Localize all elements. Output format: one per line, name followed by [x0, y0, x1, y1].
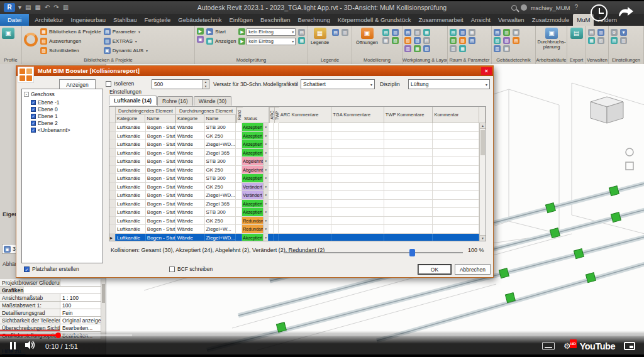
- collision-tab[interactable]: Luftkanäle (14): [109, 96, 157, 105]
- video-progress-bar[interactable]: [0, 334, 644, 336]
- cell-twp-kommentar[interactable]: [384, 166, 433, 175]
- panel-label-einstellungen[interactable]: Einstellungen: [609, 57, 643, 64]
- col-status[interactable]: Status: [243, 107, 269, 123]
- ribbon-tab[interactable]: Verwalten: [494, 14, 528, 26]
- row-selector[interactable]: [109, 174, 116, 183]
- table-row[interactable]: Luftkanäle Bogen - Stut... Wände Ziegel+…: [109, 234, 479, 241]
- cell-tga-kommentar[interactable]: [331, 123, 384, 132]
- table-row[interactable]: Luftkanäle Bogen - Stut... Wände STB 300…: [109, 174, 479, 183]
- search-icon[interactable]: [511, 5, 517, 11]
- pause-button[interactable]: [9, 341, 16, 352]
- tool-icon[interactable]: ▤: [404, 29, 411, 36]
- col-twp-kommentare[interactable]: TWP Kommentare: [384, 107, 433, 123]
- table-row[interactable]: Luftkanäle Bogen - Stut... Wände GK 250 …: [109, 166, 479, 175]
- table-row[interactable]: Luftkanäle Bogen - Stut... Wände STB 300…: [109, 123, 479, 132]
- cell-arc-kommentar[interactable]: [279, 225, 331, 234]
- cell-arc-kommentar[interactable]: [279, 200, 331, 209]
- gear-icon[interactable]: ⚙: [611, 29, 618, 36]
- tool-icon[interactable]: ▤: [298, 29, 305, 36]
- checkbox-checked-icon[interactable]: ✓: [31, 107, 36, 112]
- property-row[interactable]: Ansichtsmaßstab 1 : 100: [0, 294, 101, 302]
- tree-collapse-icon[interactable]: -: [24, 92, 29, 97]
- col-name[interactable]: Name: [145, 115, 175, 123]
- status-dropdown[interactable]: Verändert▾: [242, 183, 269, 192]
- status-dropdown[interactable]: Akzeptiert▾: [242, 174, 269, 183]
- tool-icon[interactable]: ▨: [503, 37, 510, 44]
- panel-label-raum-parameter[interactable]: Raum & Parameter: [448, 57, 491, 64]
- status-dropdown[interactable]: Akzeptiert▾: [242, 200, 269, 209]
- tool-icon[interactable]: ▦: [423, 29, 430, 36]
- help-icon[interactable]: ?: [574, 3, 579, 13]
- row-selector[interactable]: [109, 208, 116, 217]
- status-dropdown[interactable]: Akzeptiert▾: [242, 123, 269, 132]
- scroll-up-icon[interactable]: ▲: [480, 123, 486, 129]
- tool-icon[interactable]: ▥: [341, 29, 348, 36]
- tool-icon[interactable]: ▧: [404, 37, 411, 44]
- clock-overlay-icon[interactable]: [591, 4, 608, 21]
- tool-icon[interactable]: ▤: [332, 29, 339, 36]
- tree-item[interactable]: ✓Ebene -1: [31, 99, 103, 106]
- volume-icon[interactable]: [25, 341, 36, 352]
- table-row[interactable]: Luftkanäle Bogen - Stut... Wände Ziegel+…: [109, 191, 479, 200]
- print-icon[interactable]: ▥: [62, 3, 69, 13]
- tool-icon[interactable]: ▦: [382, 37, 389, 44]
- table-row[interactable]: Luftkanäle Bogen - Stut... Wände STB 300…: [109, 157, 479, 166]
- collision-tab[interactable]: Rohre (16): [157, 96, 193, 106]
- durchbruchsplanung-button[interactable]: ▣Durchbruchs-planung: [538, 28, 565, 55]
- cell-tga-kommentar[interactable]: [331, 217, 384, 226]
- col-name-2[interactable]: Name: [204, 115, 235, 123]
- cell-tga-kommentar[interactable]: [331, 200, 384, 209]
- check-model-icon[interactable]: ▶: [197, 28, 204, 35]
- ribbon-tab[interactable]: Beschriften: [257, 14, 294, 26]
- cell-twp-kommentar[interactable]: [384, 234, 433, 241]
- tool-icon[interactable]: ▥: [459, 29, 466, 36]
- tree-root[interactable]: -Geschoss: [22, 89, 103, 99]
- schnittstellen-button[interactable]: ▨Schnittstellen: [40, 47, 101, 55]
- export-button[interactable]: ▤: [569, 28, 584, 55]
- tool-icon[interactable]: ▨: [414, 37, 421, 44]
- row-selector[interactable]: [109, 140, 116, 149]
- cell-kommentar[interactable]: [433, 217, 479, 226]
- status-dropdown[interactable]: Redundant▾: [242, 217, 269, 226]
- close-icon[interactable]: ×: [481, 67, 492, 75]
- cell-arc-kommentar[interactable]: [279, 149, 331, 158]
- ribbon-tab[interactable]: Ingenieurbau: [67, 14, 109, 26]
- status-dropdown[interactable]: Abgelehnt▾: [242, 166, 269, 175]
- cell-kommentar[interactable]: [433, 225, 479, 234]
- cell-arc-kommentar[interactable]: [279, 157, 331, 166]
- cell-kommentar[interactable]: [433, 140, 479, 149]
- col-rund[interactable]: Rund: [236, 107, 243, 123]
- save-icon[interactable]: ▦: [34, 3, 41, 13]
- parameter-dropdown[interactable]: ▤Parameter▾: [104, 28, 148, 36]
- row-selector[interactable]: [109, 123, 116, 132]
- user-avatar[interactable]: [521, 4, 527, 11]
- slider-track[interactable]: [284, 252, 463, 253]
- cell-twp-kommentar[interactable]: [384, 174, 433, 183]
- cell-kommentar[interactable]: [433, 166, 479, 175]
- table-row[interactable]: Luftkanäle Bogen - Stut... Wände GK 250 …: [109, 183, 479, 192]
- scroll-down-icon[interactable]: ▼: [480, 235, 486, 241]
- tool-icon[interactable]: ▤: [469, 37, 475, 44]
- ribbon-tab[interactable]: Zusatzmodule: [528, 14, 574, 26]
- tool-icon[interactable]: ▦: [588, 37, 595, 44]
- cell-arc-kommentar[interactable]: [279, 217, 331, 226]
- modellgrafikstil-select[interactable]: Schattiert▾: [301, 79, 375, 89]
- cell-kommentar[interactable]: [433, 149, 479, 158]
- file-tab[interactable]: Datei: [0, 14, 29, 26]
- checkbox-checked-icon[interactable]: ✓: [31, 114, 36, 119]
- cell-kommentar[interactable]: [433, 123, 479, 132]
- property-row[interactable]: Grafiken: [0, 287, 101, 294]
- property-value[interactable]: [60, 279, 101, 286]
- tool-icon[interactable]: ▦: [513, 29, 519, 36]
- collision-tab[interactable]: Wände (30): [194, 96, 231, 106]
- status-dropdown[interactable]: Akzeptiert▾: [242, 234, 269, 241]
- panel-label-legende[interactable]: Legende: [308, 57, 352, 64]
- tool-icon[interactable]: ▦: [414, 45, 421, 52]
- tool-icon[interactable]: ▥: [503, 29, 510, 36]
- cell-twp-kommentar[interactable]: [384, 225, 433, 234]
- cell-kommentar[interactable]: [433, 200, 479, 209]
- tool-icon[interactable]: ▥: [597, 29, 604, 36]
- cell-tga-kommentar[interactable]: [331, 225, 384, 234]
- cell-kommentar[interactable]: [433, 208, 479, 217]
- pruefung-combo-2[interactable]: ▶kein Eintrag▾: [238, 37, 296, 45]
